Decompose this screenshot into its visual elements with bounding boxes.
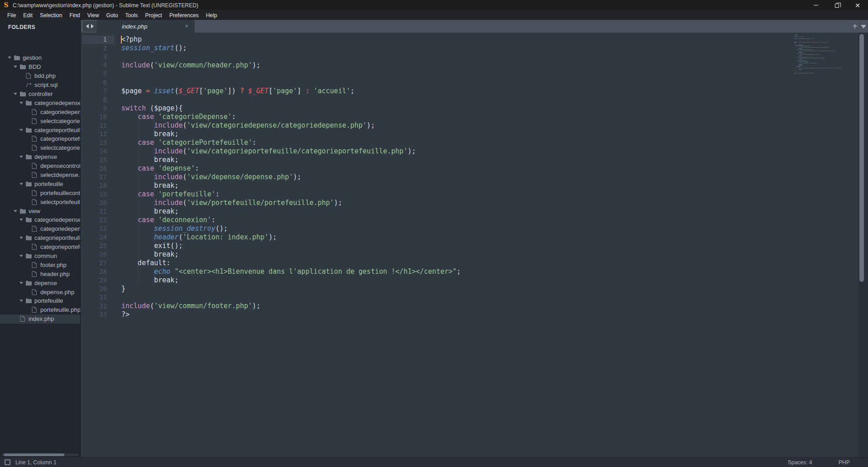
tree-folder-depense[interactable]: depense [0,278,81,287]
code-line-8[interactable] [121,95,461,104]
code-line-16[interactable]: case 'depense': [121,164,461,173]
code-line-27[interactable]: default: [121,259,461,267]
code-line-17[interactable]: include('view/depense/depense.php'); [121,173,461,181]
menu-preferences[interactable]: Preferences [166,11,202,19]
editor-vscrollbar-thumb[interactable] [859,34,864,282]
tab-nav-arrows[interactable] [83,21,96,32]
tree-file-portefeuille.php[interactable]: portefeuille.php [0,305,81,315]
menu-help[interactable]: Help [202,11,221,19]
tree-file-header.php[interactable]: header.php [0,269,81,278]
expand-triangle-icon[interactable] [19,282,26,284]
code-line-30[interactable]: } [121,285,461,293]
tree-folder-commun[interactable]: commun [0,252,81,261]
status-panel-icon[interactable] [5,459,10,465]
tree-file-selectdepense.php[interactable]: selectdepense.php [0,171,81,180]
menu-edit[interactable]: Edit [19,11,36,19]
tree-folder-controller[interactable]: controller [0,90,81,99]
tree-file-selectcategorieportefeuille.php[interactable]: selectcategorieportefeuille.php [0,143,81,152]
tree-file-bdd.php[interactable]: bdd.php [0,71,81,81]
expand-triangle-icon[interactable] [19,300,26,302]
tree-folder-categorieportfeuille[interactable]: categorieportfeuille [0,125,81,134]
expand-triangle-icon[interactable] [8,57,14,59]
expand-triangle-icon[interactable] [19,237,26,239]
menu-tools[interactable]: Tools [122,11,142,19]
code-line-1[interactable]: <?php [121,35,461,44]
tree-file-footer.php[interactable]: footer.php [0,260,81,269]
tree-file-script.sql[interactable]: /*script.sql [0,81,81,90]
code-line-31[interactable] [121,293,461,302]
code-line-20[interactable]: include('view/portefeuille/portefeuille.… [121,199,461,207]
code-line-13[interactable]: case 'categoriePortefeuille': [121,138,461,147]
code-line-2[interactable]: session_start(); [121,44,461,52]
tree-folder-depense[interactable]: depense [0,152,81,162]
tree-file-categoriedepense.php[interactable]: categoriedepense.php [0,107,81,116]
expand-triangle-icon[interactable] [14,66,20,68]
code-line-7[interactable]: $page = isset($_GET['page']) ? $_GET['pa… [121,87,461,95]
expand-triangle-icon[interactable] [19,219,26,221]
code-line-4[interactable]: include('view/commun/header.php'); [121,61,461,70]
tab-close-icon[interactable]: × [185,23,188,29]
code-line-21[interactable]: break; [121,207,461,216]
code-line-22[interactable]: case 'deconnexion': [121,216,461,224]
tree-folder-categoriedepense[interactable]: categoriedepense [0,215,81,224]
menu-goto[interactable]: Goto [103,11,122,19]
code-line-32[interactable]: include('view/commun/footer.php'); [121,302,461,310]
code-line-9[interactable]: switch ($page){ [121,104,461,113]
menu-project[interactable]: Project [142,11,166,19]
restore-button[interactable] [826,0,847,10]
code-line-23[interactable]: session_destroy(); [121,224,461,233]
code-line-14[interactable]: include('view/categorieportefeuille/cate… [121,147,461,156]
status-indentation[interactable]: Spaces: 4 [788,459,812,466]
expand-triangle-icon[interactable] [14,93,20,95]
menu-view[interactable]: View [84,11,103,19]
code-line-5[interactable] [121,70,461,78]
code-line-10[interactable]: case 'categorieDepense': [121,113,461,121]
tree-folder-portefeuille[interactable]: portefeuille [0,296,81,305]
menu-find[interactable]: Find [66,11,83,19]
close-button[interactable]: ✕ [847,0,868,10]
tree-folder-portefeuille[interactable]: portefeuille [0,179,81,188]
code-line-19[interactable]: case 'portefeuille': [121,190,461,199]
expand-triangle-icon[interactable] [19,183,26,185]
sidebar-hscrollbar-thumb[interactable] [4,453,64,456]
tree-file-categoriedepense.php[interactable]: categoriedepense.php [0,224,81,234]
expand-triangle-icon[interactable] [19,102,26,104]
tree-file-index.php[interactable]: index.php [0,315,81,324]
code-line-3[interactable] [121,52,461,61]
code-line-26[interactable]: break; [121,250,461,259]
tree-file-depensecontroller.php[interactable]: depensecontroller.php [0,162,81,171]
code-line-33[interactable]: ?> [794,73,847,75]
expand-triangle-icon[interactable] [19,156,26,158]
tree-file-depense.php[interactable]: depense.php [0,287,81,296]
tree-folder-categoriedepense[interactable]: categoriedepense [0,98,81,107]
tree-file-categorieportefeuille.php[interactable]: categorieportefeuille.php [0,243,81,252]
expand-triangle-icon[interactable] [19,129,26,131]
tree-file-selectportefeuille.php[interactable]: selectportefeuille.php [0,197,81,206]
minimap[interactable]: <?phpsession_start();include('view/commu… [794,34,847,75]
menu-file[interactable]: File [4,11,19,19]
status-syntax[interactable]: PHP [839,459,850,466]
code-line-18[interactable]: break; [121,181,461,190]
tree-folder-gestion[interactable]: gestion [0,53,81,62]
code-line-29[interactable]: break; [121,276,461,285]
tree-file-selectcategoriedepense.php[interactable]: selectcategoriedepense.php [0,116,81,125]
code-line-24[interactable]: header('Location: index.php'); [121,233,461,242]
code-line-15[interactable]: break; [121,156,461,164]
tree-folder-view[interactable]: view [0,206,81,215]
code-line-12[interactable]: break; [121,130,461,138]
tree-folder-bdd[interactable]: BDD [0,62,81,71]
expand-triangle-icon[interactable] [14,210,20,212]
tab-overflow-icon[interactable] [861,25,866,29]
tree-file-categorieportefeuille.php[interactable]: categorieportefeuille.php [0,134,81,143]
code-line-33[interactable]: ?> [121,310,461,319]
code-line-25[interactable]: exit(); [121,242,461,250]
new-tab-button[interactable]: + [851,21,859,31]
tab-index-php[interactable]: index.php × [96,20,195,33]
code-line-6[interactable] [121,78,461,87]
code-editor[interactable]: 1234567891011121314151617181920212223242… [81,33,868,457]
code-line-11[interactable]: include('view/categoriedepense/categorie… [121,121,461,130]
expand-triangle-icon[interactable] [19,255,26,257]
code-line-28[interactable]: echo "<center><h1>Bienvenue dans l'appli… [121,267,461,276]
minimize-button[interactable] [806,0,826,10]
tree-file-portefeuillecontroller.php[interactable]: portefeuillecontroller.php [0,188,81,197]
